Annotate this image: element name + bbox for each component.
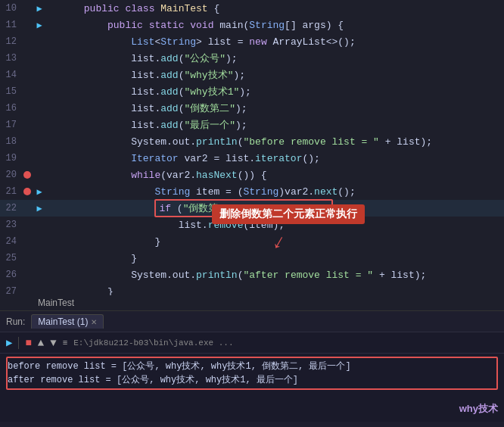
line-num-27: 27 bbox=[0, 286, 21, 295]
run-arrow-up[interactable]: ▲ bbox=[38, 337, 44, 349]
run-tab-bar: Run: MainTest (1) ✕ bbox=[0, 311, 504, 332]
run-arrow-down[interactable]: ▼ bbox=[50, 337, 56, 349]
line-num-12: 12 bbox=[0, 36, 21, 47]
run-tab-close[interactable]: ✕ bbox=[91, 318, 97, 326]
line-num-19: 19 bbox=[0, 153, 21, 164]
line-num-25: 25 bbox=[0, 253, 21, 263]
breakpoint-20 bbox=[21, 171, 33, 179]
run-path: E:\jdk8u212-b03\bin\java.exe ... bbox=[73, 338, 498, 348]
run-toolbar: ▶ ■ ▲ ▼ ≡ E:\jdk8u212-b03\bin\java.exe .… bbox=[0, 332, 504, 354]
line-num-11: 11 bbox=[0, 20, 21, 30]
output-line-2: after remove list = [公众号, why技术, why技术1,… bbox=[8, 373, 496, 387]
output-highlight-box: before remove list = [公众号, why技术, why技术1… bbox=[6, 357, 498, 390]
output-area: before remove list = [公众号, why技术, why技术1… bbox=[0, 354, 504, 422]
line-num-23: 23 bbox=[0, 220, 21, 230]
line-num-13: 13 bbox=[0, 53, 21, 64]
run-label: Run: bbox=[6, 316, 25, 327]
breakpoint-21 bbox=[21, 188, 33, 195]
line-num-18: 18 bbox=[0, 136, 21, 147]
file-name: MainTest bbox=[38, 298, 74, 308]
watermark: why技术 bbox=[459, 402, 498, 416]
file-label: MainTest bbox=[0, 295, 504, 310]
line-num-22: 22 bbox=[0, 203, 21, 214]
run-play-button[interactable]: ▶ bbox=[6, 336, 12, 349]
line-num-14: 14 bbox=[0, 70, 21, 80]
bottom-panel: Run: MainTest (1) ✕ ▶ ■ ▲ ▼ ≡ E:\jdk8u21… bbox=[0, 310, 504, 422]
line-num-26: 26 bbox=[0, 270, 21, 280]
run-tab-label: MainTest (1) bbox=[38, 316, 88, 327]
run-tab[interactable]: MainTest (1) ✕ bbox=[31, 314, 104, 329]
tooltip-box: 删除倒数第二个元素正常执行 bbox=[212, 204, 365, 224]
line-num-21: 21 bbox=[0, 186, 21, 197]
line-num-24: 24 bbox=[0, 236, 21, 247]
output-line-1: before remove list = [公众号, why技术, why技术1… bbox=[8, 360, 496, 373]
line-num-17: 17 bbox=[0, 120, 21, 130]
line-num-20: 20 bbox=[0, 170, 21, 180]
arrow-22: ▶ bbox=[33, 203, 45, 214]
line-num-16: 16 bbox=[0, 103, 21, 114]
line-content-27: } bbox=[45, 275, 504, 296]
arrow-10: ▶ bbox=[33, 3, 45, 14]
code-line-27: 27 } bbox=[0, 283, 504, 295]
line-num-15: 15 bbox=[0, 86, 21, 97]
run-lines[interactable]: ≡ bbox=[63, 338, 68, 348]
toolbar-divider-1 bbox=[18, 337, 19, 349]
arrow-21: ▶ bbox=[33, 186, 45, 198]
arrow-11: ▶ bbox=[33, 20, 45, 31]
code-editor: 10 ▶ public class MainTest { 11 ▶ public… bbox=[0, 0, 504, 295]
run-stop-button[interactable]: ■ bbox=[25, 337, 31, 349]
line-num-10: 10 bbox=[0, 3, 21, 14]
